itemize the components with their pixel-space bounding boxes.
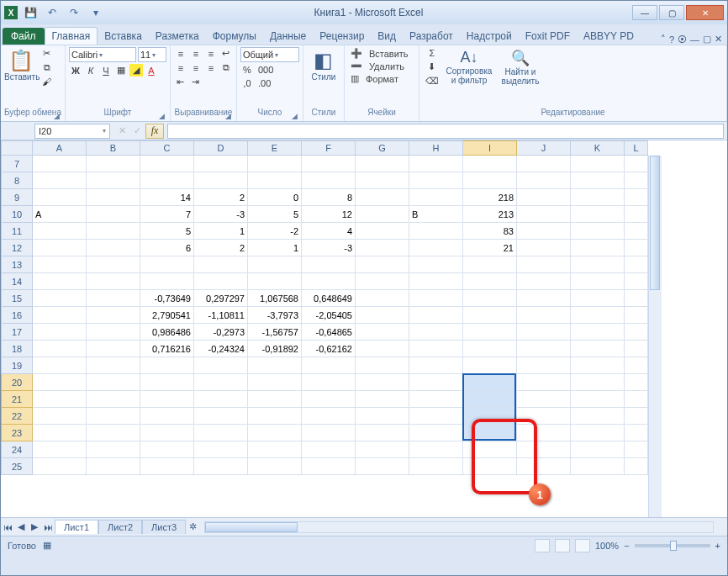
cell-G11[interactable] [356, 223, 409, 240]
row-header-11[interactable]: 11 [1, 223, 33, 240]
row-header-7[interactable]: 7 [1, 156, 33, 172]
cell-E8[interactable] [248, 172, 302, 189]
cell-J8[interactable] [517, 172, 571, 189]
cell-K19[interactable] [571, 357, 625, 374]
cell-I22[interactable] [463, 408, 517, 425]
cell-A19[interactable] [33, 357, 87, 374]
find-select-button[interactable]: 🔍 Найти и выделить [497, 47, 544, 86]
col-header-K[interactable]: K [571, 140, 625, 156]
cell-L13[interactable] [625, 256, 648, 273]
cell-K15[interactable] [571, 290, 625, 307]
row-header-22[interactable]: 22 [1, 408, 33, 425]
cell-A8[interactable] [33, 172, 87, 189]
cell-J12[interactable] [517, 240, 571, 256]
ribbon-tab-разметка[interactable]: Разметка [149, 28, 206, 45]
cell-E14[interactable] [248, 273, 302, 290]
row-header-10[interactable]: 10 [1, 206, 33, 223]
ribbon-tab-рецензир[interactable]: Рецензир [313, 28, 371, 45]
cell-G24[interactable] [356, 441, 409, 458]
font-color-icon[interactable]: A [145, 65, 158, 77]
cell-E20[interactable] [248, 374, 302, 391]
cell-E24[interactable] [248, 441, 302, 458]
cell-D15[interactable]: 0,297297 [194, 290, 248, 307]
cell-E25[interactable] [248, 458, 302, 475]
comma-icon[interactable]: 000 [256, 64, 276, 76]
cell-I16[interactable] [463, 307, 517, 324]
col-header-F[interactable]: F [302, 140, 356, 156]
clipboard-dlg-icon[interactable]: ◢ [54, 112, 60, 120]
col-header-H[interactable]: H [409, 140, 463, 156]
ribbon-minimize-icon[interactable]: ˄ [661, 34, 666, 45]
col-header-L[interactable]: L [625, 140, 648, 156]
cell-B22[interactable] [87, 408, 140, 425]
cell-B13[interactable] [87, 256, 140, 273]
row-header-25[interactable]: 25 [1, 458, 33, 475]
cell-B9[interactable] [87, 189, 140, 206]
cell-A16[interactable] [33, 307, 87, 324]
cell-A10[interactable]: A [33, 206, 87, 223]
align-top-icon[interactable]: ≡ [174, 48, 187, 60]
ribbon-tab-foxit pdf[interactable]: Foxit PDF [519, 28, 577, 45]
align-center-icon[interactable]: ≡ [189, 62, 203, 74]
paste-button[interactable]: 📋 Вставить [4, 47, 38, 82]
macro-record-icon[interactable]: ▦ [43, 540, 51, 551]
cell-B21[interactable] [87, 391, 140, 408]
cell-H10[interactable]: B [409, 206, 463, 223]
italic-button[interactable]: К [84, 65, 98, 77]
cell-K20[interactable] [571, 374, 625, 391]
wrap-text-icon[interactable]: ↩ [219, 47, 233, 60]
cell-G22[interactable] [356, 408, 409, 425]
cell-K11[interactable] [571, 223, 625, 240]
cell-L17[interactable] [625, 324, 648, 341]
cell-H7[interactable] [409, 156, 463, 172]
format-button[interactable]: Формат [363, 73, 412, 85]
cell-G16[interactable] [356, 307, 409, 324]
cell-B19[interactable] [87, 357, 140, 374]
cell-A11[interactable] [33, 223, 87, 240]
sheet-tab-Лист2[interactable]: Лист2 [98, 520, 142, 534]
row-header-8[interactable]: 8 [1, 172, 33, 189]
cell-B12[interactable] [87, 240, 140, 256]
cell-L9[interactable] [625, 189, 648, 206]
cell-H18[interactable] [409, 341, 463, 357]
cell-G15[interactable] [356, 290, 409, 307]
cell-D7[interactable] [194, 156, 248, 172]
doc-maximize-icon[interactable]: ▢ [703, 34, 711, 45]
number-dlg-icon[interactable]: ◢ [292, 112, 298, 120]
cell-L16[interactable] [625, 307, 648, 324]
cell-I14[interactable] [463, 273, 517, 290]
cell-B18[interactable] [87, 341, 140, 357]
cell-J7[interactable] [517, 156, 571, 172]
cell-J22[interactable] [517, 408, 571, 425]
row-header-15[interactable]: 15 [1, 290, 33, 307]
cell-C8[interactable] [140, 172, 194, 189]
cell-G12[interactable] [356, 240, 409, 256]
cell-D19[interactable] [194, 357, 248, 374]
cell-D12[interactable]: 2 [194, 240, 248, 256]
align-left-icon[interactable]: ≡ [174, 62, 187, 74]
cell-E17[interactable]: -1,56757 [248, 324, 302, 341]
col-header-A[interactable]: A [33, 140, 87, 156]
cell-L15[interactable] [625, 290, 648, 307]
cell-K24[interactable] [571, 441, 625, 458]
cell-G23[interactable] [356, 425, 409, 441]
enter-formula-icon[interactable]: ✓ [130, 124, 144, 137]
row-header-16[interactable]: 16 [1, 307, 33, 324]
row-header-21[interactable]: 21 [1, 391, 33, 408]
cell-K22[interactable] [571, 408, 625, 425]
cell-H17[interactable] [409, 324, 463, 341]
view-normal-icon[interactable] [535, 539, 550, 552]
row-header-24[interactable]: 24 [1, 441, 33, 458]
qat-save-icon[interactable]: 💾 [21, 3, 40, 22]
cell-J13[interactable] [517, 256, 571, 273]
cell-B15[interactable] [87, 290, 140, 307]
cell-H11[interactable] [409, 223, 463, 240]
view-break-icon[interactable] [575, 539, 590, 552]
cell-H24[interactable] [409, 441, 463, 458]
cell-A14[interactable] [33, 273, 87, 290]
cell-C24[interactable] [140, 441, 194, 458]
cell-K8[interactable] [571, 172, 625, 189]
sheet-nav-prev-icon[interactable]: ◀ [14, 521, 28, 532]
cell-H8[interactable] [409, 172, 463, 189]
cell-H20[interactable] [409, 374, 463, 391]
